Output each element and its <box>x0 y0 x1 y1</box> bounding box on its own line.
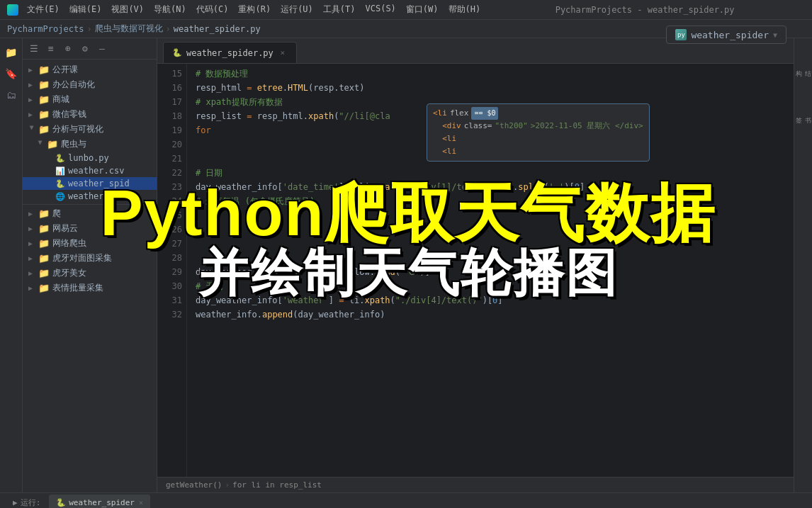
tree-label: 办公自动化 <box>52 79 95 91</box>
folder-icon: 📁 <box>38 223 50 234</box>
menu-help[interactable]: 帮助(H) <box>444 2 485 17</box>
menu-vcs[interactable]: VCS(S) <box>361 2 400 17</box>
breadcrumb-loop: for li in resp_list <box>232 480 322 490</box>
tree-label: 虎牙美女 <box>52 267 86 279</box>
tree-label: weather1.htm <box>68 191 130 201</box>
structure-icon[interactable]: 🗂 <box>3 86 20 103</box>
tree-item-pa[interactable]: ▶ 📁 爬 <box>23 206 157 221</box>
tree-item-wechat[interactable]: ▶ 📁 微信零钱 <box>23 107 157 122</box>
tree-item-weather-csv[interactable]: ▶ 📊 weather.csv <box>23 164 157 177</box>
menu-nav[interactable]: 导航(N) <box>150 2 191 17</box>
tree-item-wangyiyun[interactable]: ▶ 📁 网易云 <box>23 221 157 236</box>
code-line: day_weather_info['date_time'] = li.xpath… <box>196 180 794 194</box>
breadcrumb-root[interactable]: PycharmProjects <box>7 24 84 34</box>
tree-label: 爬 <box>52 208 61 220</box>
tab-label: weather_spider.py <box>186 48 274 58</box>
sort-icon[interactable]: ≡ <box>44 42 58 56</box>
tree-item-spider-folder[interactable]: ▶ 📁 爬虫与 <box>23 137 157 152</box>
tree-item-emoji[interactable]: ▶ 📁 表情批量采集 <box>23 281 157 295</box>
editor-tooltip: <li flex == $0 <div class="th200" >2022-… <box>427 103 650 162</box>
tree-arrow: ▶ <box>28 111 35 118</box>
menu-window[interactable]: 窗口(W) <box>402 2 443 17</box>
menu-edit[interactable]: 编辑(E) <box>65 2 106 17</box>
project-icon[interactable]: 📁 <box>3 44 20 61</box>
tree-label: 网络爬虫 <box>52 237 86 249</box>
menu-tools[interactable]: 工具(T) <box>319 2 360 17</box>
breadcrumb-file: weather_spider.py <box>174 24 261 34</box>
tab-close-button[interactable]: × <box>278 48 288 58</box>
tree-item-network-spider[interactable]: ▶ 📁 网络爬虫 <box>23 236 157 251</box>
weather-spider-run-tab[interactable]: 🐍 weather_spider × <box>49 495 150 509</box>
run-config-badge: py weather_spider ▼ <box>666 26 786 44</box>
tooltip-line-1: <li flex == $0 <box>433 107 643 120</box>
menu-refactor[interactable]: 重构(R) <box>234 2 275 17</box>
tooltip-badge: == $0 <box>471 107 498 120</box>
bookmarks-sidebar-icon[interactable]: 书签 <box>796 91 811 133</box>
breadcrumb-folder[interactable]: 爬虫与数据可视化 <box>95 23 163 35</box>
html-file-icon: 🌐 <box>55 192 65 201</box>
py-file-icon: 🐍 <box>55 179 65 188</box>
menu-run[interactable]: 运行(U) <box>276 2 317 17</box>
run-config-dropdown-icon[interactable]: ▼ <box>773 31 777 39</box>
folder-icon: 📁 <box>38 64 50 75</box>
folder-icon: 📁 <box>47 139 58 149</box>
tree-item-shop[interactable]: ▶ 📁 商城 <box>23 92 157 107</box>
editor-tab-weather-spider[interactable]: 🐍 weather_spider.py × <box>163 42 297 63</box>
tree-label: weather_spid <box>68 179 130 188</box>
tree-item-huya-beauty[interactable]: ▶ 📁 虎牙美女 <box>23 266 157 281</box>
menu-file[interactable]: 文件(E) <box>23 2 64 17</box>
add-icon[interactable]: ⊕ <box>61 42 75 56</box>
tree-label: 公开课 <box>52 64 78 76</box>
editor-area: 🐍 weather_spider.py × 15 16 17 18 19 20 … <box>157 38 794 492</box>
tree-label: lunbo.py <box>68 153 109 163</box>
project-tree: ▶ 📁 公开课 ▶ 📁 办公自动化 ▶ 📁 商城 ▶ 📁 微信零钱 ▶ <box>23 60 157 492</box>
tree-arrow: ▶ <box>28 269 35 277</box>
tree-item-public[interactable]: ▶ 📁 公开课 <box>23 62 157 77</box>
tree-label: weather.csv <box>68 166 124 176</box>
code-line <box>196 237 794 251</box>
folder-icon: 📁 <box>38 253 50 264</box>
minimize-icon[interactable]: – <box>95 42 109 56</box>
tree-item-huya-image[interactable]: ▶ 📁 虎牙对面图采集 <box>23 251 157 266</box>
code-line <box>196 222 794 237</box>
tree-item-weather-html[interactable]: ▶ 🌐 weather1.htm <box>23 190 157 203</box>
run-tab-label: 运行: <box>21 497 41 508</box>
right-sidebar-icons: 结构 书签 <box>794 38 812 492</box>
title-bar: 文件(E) 编辑(E) 视图(V) 导航(N) 代码(C) 重构(R) 运行(U… <box>0 0 812 20</box>
code-line: # 天气 <box>196 279 794 293</box>
tree-arrow-open: ▶ <box>28 126 36 133</box>
line-numbers: 15 16 17 18 19 20 21 22 23 24 25 26 27 2… <box>157 64 187 477</box>
menu-code[interactable]: 代码(C) <box>192 2 233 17</box>
tree-arrow: ▶ <box>28 66 35 74</box>
bottom-tabs: ▶ 运行: 🐍 weather_spider × <box>0 493 812 508</box>
tab-file-icon: 🐍 <box>172 48 182 57</box>
code-line: day_weather_info['low'] = low[:low.find(… <box>196 265 794 279</box>
tree-arrow: ▶ <box>28 225 35 232</box>
settings-icon[interactable]: ⚙ <box>78 42 92 56</box>
folder-icon: 📁 <box>38 109 50 120</box>
tree-label: 爬虫与 <box>61 138 86 150</box>
folder-icon: 📁 <box>38 238 50 249</box>
run-tab-close[interactable]: × <box>139 499 143 507</box>
run-config-label: weather_spider <box>691 30 769 40</box>
tree-item-weather-spider[interactable]: ▶ 🐍 weather_spid <box>23 177 157 190</box>
editor-content: 15 16 17 18 19 20 21 22 23 24 25 26 27 2… <box>157 64 794 477</box>
code-line: # 数据预处理 <box>196 67 794 81</box>
tree-item-analysis[interactable]: ▶ 📁 分析与可视化 <box>23 122 157 137</box>
structure-sidebar-icon[interactable]: 结构 <box>796 44 811 86</box>
folder-icon: 📁 <box>38 268 50 278</box>
tree-item-office[interactable]: ▶ 📁 办公自动化 <box>23 77 157 92</box>
tree-label: 商城 <box>52 94 69 106</box>
main-layout: 📁 🔖 🗂 ☰ ≡ ⊕ ⚙ – ▶ 📁 公开课 ▶ 📁 办公自动化 ▶ <box>0 38 812 492</box>
folder-icon: 📁 <box>38 124 50 135</box>
menu-view[interactable]: 视图(V) <box>107 2 148 17</box>
tree-item-lunbo[interactable]: ▶ 🐍 lunbo.py <box>23 152 157 164</box>
folder-icon: 📁 <box>38 79 50 90</box>
tooltip-line-2: <div class="th200" >2022-11-05 星期六 </div… <box>433 120 643 132</box>
tree-label: 虎牙对面图采集 <box>52 252 112 264</box>
py-icon: py <box>675 29 687 40</box>
run-label-tab[interactable]: ▶ 运行: <box>6 495 47 509</box>
collapse-all-icon[interactable]: ☰ <box>27 42 41 56</box>
run-icon: ▶ <box>13 498 18 507</box>
bookmarks-icon[interactable]: 🔖 <box>3 65 20 82</box>
